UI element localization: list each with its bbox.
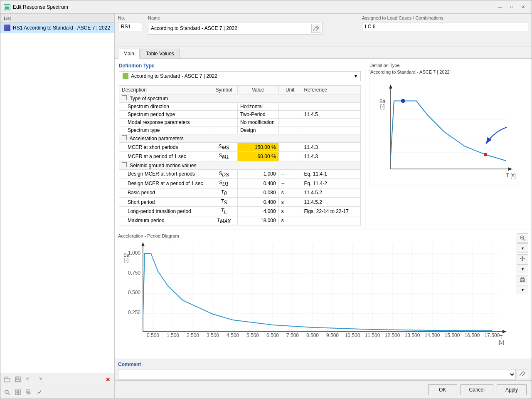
row-design-mcer-short-ref: Eq. 11.4-1	[301, 169, 361, 178]
title-bar: Edit Response Spectrum — □ ✕	[0, 0, 532, 14]
assigned-value: LC 6	[362, 22, 528, 31]
edit-name-button[interactable]	[311, 24, 321, 33]
svg-line-32	[523, 239, 525, 240]
comment-edit-button[interactable]	[517, 369, 528, 378]
def-type-dropdown[interactable]: According to Standard - ASCE 7 | 2022 ▾	[119, 71, 361, 81]
list-item-label: RS1 According to Standard - ASCE 7 | 202…	[13, 25, 110, 31]
info-bar: No. RS1 Name According to Standard - ASC…	[115, 14, 532, 47]
chart-def-type-line2: 'According to Standard - ASCE 7 | 2022'	[369, 69, 527, 74]
delete-button[interactable]: ✕	[103, 375, 113, 384]
row-design-mcer-1sec-sym: SD1	[210, 179, 238, 188]
group-row-seismic: Seismic ground motion values	[119, 161, 361, 169]
tab-content: Definition Type According to Standard - …	[115, 59, 532, 380]
row-long-period: Long-period transition period	[119, 207, 210, 216]
svg-text:0.250: 0.250	[128, 310, 140, 315]
params-table: Description Symbol Value Unit Reference	[119, 85, 361, 226]
svg-rect-1	[4, 378, 10, 382]
row-long-period-val: 4.000	[238, 207, 279, 216]
row-design-mcer-1sec: Design MCER at a period of 1 sec	[119, 179, 210, 188]
tab-table-values[interactable]: Table Values	[140, 49, 180, 58]
table-row: Design MCER at short periods SDS 1.000 -…	[119, 169, 361, 178]
row-spectrum-direction: Spectrum direction	[119, 103, 210, 111]
svg-text:0.500: 0.500	[128, 290, 140, 295]
row-period-type-ref: 11.4.5	[301, 111, 361, 119]
svg-text:6.500: 6.500	[266, 332, 279, 338]
main-diagram-chart: Sa [-] T [s] 1.000 0.750 0.500 0.250	[118, 240, 509, 348]
diagram-title: Acceleration - Period Diagram	[118, 233, 528, 238]
group-checkbox-accel[interactable]	[122, 135, 127, 140]
maximize-button[interactable]: □	[507, 3, 517, 11]
row-short-period-ref: 11.4.5.2	[301, 197, 361, 206]
comment-dropdown[interactable]	[118, 369, 516, 380]
svg-text:4.500: 4.500	[227, 332, 239, 338]
row-spectrum-type: Spectrum type	[119, 126, 210, 134]
folder-open-button[interactable]	[2, 375, 12, 384]
list-item[interactable]: RS1 According to Standard - ASCE 7 | 202…	[0, 23, 114, 33]
zoom-dropdown-button[interactable]: ▾	[517, 243, 528, 253]
row-spectrum-direction-ref	[301, 103, 361, 111]
svg-line-16	[316, 27, 318, 29]
print-button[interactable]	[517, 275, 528, 284]
svg-marker-39	[520, 258, 521, 260]
pan-button[interactable]	[517, 254, 528, 263]
table-row: Maximum period TMAX 18.000 s	[119, 216, 361, 225]
arrow-indicator	[482, 123, 515, 148]
row-mcer-short: MCER at short periods	[119, 143, 210, 152]
group-checkbox-seismic[interactable]	[122, 162, 127, 167]
redo-button[interactable]	[34, 375, 44, 384]
svg-rect-7	[15, 390, 17, 392]
title-bar-controls: — □ ✕	[495, 3, 528, 11]
close-button[interactable]: ✕	[518, 3, 528, 11]
name-value-container: According to Standard - ASCE 7 | 2022	[148, 22, 323, 35]
minimize-button[interactable]: —	[495, 3, 505, 11]
name-label: Name	[148, 15, 323, 20]
left-panel: List RS1 According to Standard - ASCE 7 …	[0, 14, 115, 399]
assigned-label: Assigned to Load Cases / Combinations	[362, 15, 528, 20]
grid-button[interactable]	[13, 388, 23, 397]
row-mcer-1sec-val[interactable]: 60.00 %	[238, 152, 279, 161]
title-bar-left: Edit Response Spectrum	[4, 4, 68, 10]
zoom-button[interactable]	[517, 233, 528, 243]
group-header-seismic: Seismic ground motion values	[119, 161, 361, 169]
row-mcer-short-val[interactable]: 150.00 %	[238, 143, 279, 152]
svg-line-6	[8, 393, 10, 395]
row-mcer-short-sym: SMS	[210, 143, 238, 152]
svg-text:15.500: 15.500	[445, 332, 460, 338]
cancel-button[interactable]: Cancel	[461, 384, 493, 395]
row-design-mcer-1sec-unit: --	[278, 179, 301, 188]
svg-text:7.500: 7.500	[286, 332, 299, 338]
save-button[interactable]	[13, 375, 23, 384]
rs-icon	[4, 25, 10, 31]
pan-dropdown-button[interactable]: ▾	[517, 264, 528, 273]
row-max-period-ref	[301, 216, 361, 225]
function-button[interactable]	[34, 388, 44, 397]
tab-main[interactable]: Main	[118, 49, 140, 59]
assigned-block: Assigned to Load Cases / Combinations LC…	[362, 15, 528, 31]
group-label-accel: Acceleration parameters	[130, 136, 184, 141]
main-layout: List RS1 According to Standard - ASCE 7 …	[0, 14, 532, 399]
svg-text:5.500: 5.500	[246, 332, 259, 338]
row-period-type-unit	[278, 111, 301, 119]
group-row-accel: Acceleration parameters	[119, 134, 361, 143]
ok-button[interactable]: OK	[428, 384, 457, 395]
undo-button[interactable]	[24, 375, 34, 384]
window: Edit Response Spectrum — □ ✕ List RS1 Ac…	[0, 0, 532, 399]
diagram-section: Acceleration - Period Diagram ▾ ▾	[115, 230, 532, 359]
apply-button[interactable]: Apply	[497, 384, 527, 395]
svg-marker-38	[522, 260, 523, 261]
svg-marker-19	[389, 84, 392, 89]
tag-button[interactable]	[24, 388, 34, 397]
row-max-period: Maximum period	[119, 216, 210, 225]
chart-def-type-line1: Definition Type	[369, 63, 527, 68]
print-dropdown-button[interactable]: ▾	[517, 285, 528, 294]
group-checkbox-type[interactable]	[122, 95, 127, 100]
row-mcer-1sec-sym: SM1	[210, 152, 238, 161]
left-panel-toolbar1: ✕	[0, 373, 114, 386]
svg-text:17.500: 17.500	[485, 332, 500, 338]
right-chart-area: Definition Type 'According to Standard -…	[365, 59, 532, 230]
diagram-tools: ▾ ▾ ▾	[517, 233, 528, 294]
search-button[interactable]	[2, 388, 12, 397]
row-period-type-sym	[210, 111, 238, 119]
svg-rect-9	[15, 393, 17, 395]
row-spectrum-direction-unit	[278, 103, 301, 111]
